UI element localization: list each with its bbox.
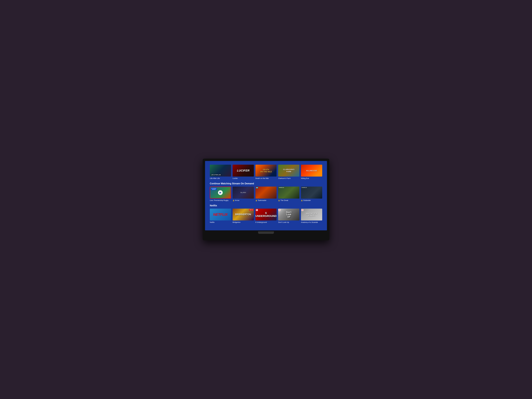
card-label-clarksons-farm: Clarkson's Farm	[278, 177, 299, 179]
card-6-underground[interactable]: N 6UNDERGROUND 6 Underground	[255, 209, 277, 223]
section-title-continue-watching: Continue Watching Stream On Demand	[210, 182, 322, 185]
card-dont-look-up[interactable]: N Don'tLookUP Don't Look Up	[278, 209, 299, 223]
thumb-life-after-life: LIFE AFTER LIFE	[210, 165, 231, 177]
btsport-badge: BT SPORTUltimate	[211, 188, 217, 190]
row1-cards: LIFE AFTER LIFE Life After Life LUCIFER …	[210, 165, 322, 179]
card-label-arrow: Arrow	[233, 199, 254, 201]
card-killing-eve[interactable]: KILLING EVE Killing Eve	[301, 165, 322, 179]
clarksons-farm-logo: CLARKSON'SFARM	[283, 169, 294, 173]
row2-cards: BT SPORTUltimate ▶ Live: Premiership Rug…	[210, 187, 322, 201]
top10-badge: TOP 10	[249, 209, 253, 211]
card-label-taskmaster: Taskmaster	[255, 199, 277, 201]
card-anatomy-of-scandal[interactable]: N ANATOMY OF ASCANDAL Anatomy of a Scand…	[301, 209, 322, 223]
thumb-taskmaster: HD	[255, 187, 277, 198]
thumb-clarksons-farm: CLARKSON'SFARM	[278, 165, 299, 177]
card-label-outlander: Outlander	[301, 199, 322, 201]
thumb-6-underground: N 6UNDERGROUND	[255, 209, 277, 221]
hd-badge: HD	[256, 187, 258, 188]
card-label-the-great: The Great	[278, 199, 299, 201]
play-button[interactable]: ▶	[218, 190, 223, 195]
tv-stand	[205, 231, 327, 234]
netflix-n-badge-dlu: N	[279, 209, 280, 211]
death-nile-logo: DEATHON THE NILE	[260, 169, 272, 173]
thumb-the-great: STARZPLAY	[278, 187, 299, 198]
thumb-killing-eve: KILLING EVE	[301, 165, 322, 177]
thumb-bridgerton: BRIDGERTON TOP 10	[233, 209, 254, 221]
card-outlander[interactable]: STARZPLAY Outlander	[301, 187, 322, 201]
thumb-dont-look-up: N Don'tLookUP	[278, 209, 299, 221]
card-taskmaster[interactable]: HD Taskmaster	[255, 187, 277, 201]
lucifer-logo: LUCIFER	[237, 169, 249, 172]
card-label-bridgerton: Bridgerton	[233, 221, 254, 223]
thumb-live-rugby: BT SPORTUltimate ▶	[210, 187, 231, 198]
card-label-dont-look-up: Don't Look Up	[278, 221, 299, 223]
card-live-rugby[interactable]: BT SPORTUltimate ▶ Live: Premiership Rug…	[210, 187, 231, 201]
netflix-logo-text: NETFLIX	[213, 212, 228, 217]
thumb-lucifer: LUCIFER	[233, 165, 254, 177]
thumb-death-nile: DEATHON THE NILE	[255, 165, 277, 177]
netflix-n-badge: N	[256, 209, 258, 211]
card-lucifer[interactable]: LUCIFER Lucifer	[233, 165, 254, 179]
dont-look-up-logo: Don'tLookUP	[286, 211, 291, 218]
card-clarksons-farm[interactable]: CLARKSON'SFARM Clarkson's Farm	[278, 165, 299, 179]
card-life-after-life[interactable]: LIFE AFTER LIFE Life After Life	[210, 165, 231, 179]
card-label-life-after-life: Life After Life	[210, 177, 231, 179]
card-label-anatomy-of-scandal: Anatomy of a Scandal	[301, 221, 322, 223]
card-netflix-logo[interactable]: NETFLIX Netflix	[210, 209, 231, 223]
tv-screen: LIFE AFTER LIFE Life After Life LUCIFER …	[205, 161, 327, 230]
thumb-outlander: STARZPLAY	[301, 187, 322, 198]
netflix-n-badge-aos: N	[302, 209, 303, 211]
6-underground-logo: 6UNDERGROUND	[255, 211, 277, 218]
section-title-netflix: Netflix	[210, 204, 322, 207]
card-label-6-underground: 6 Underground	[255, 221, 277, 223]
thumb-arrow: Sky MAX	[233, 187, 254, 198]
card-label-killing-eve: Killing Eve	[301, 177, 322, 179]
life-after-life-overlay: LIFE AFTER LIFE	[211, 174, 222, 176]
thumb-netflix-logo: NETFLIX	[210, 209, 231, 221]
thumb-anatomy-of-scandal: N ANATOMY OF ASCANDAL	[301, 209, 322, 221]
card-label-netflix: Netflix	[210, 221, 231, 223]
killing-eve-logo: KILLING EVE	[306, 170, 317, 172]
card-the-great[interactable]: STARZPLAY The Great	[278, 187, 299, 201]
row3-cards: NETFLIX Netflix BRIDGERTON TOP 10 Bridge…	[210, 209, 322, 223]
card-label-death-nile: Death on the Nile	[255, 177, 277, 179]
bridgerton-logo: BRIDGERTON	[235, 213, 251, 216]
card-label-lucifer: Lucifer	[233, 177, 254, 179]
card-death-on-the-nile[interactable]: DEATHON THE NILE Death on the Nile	[255, 165, 277, 179]
starzplay-badge-outlander: STARZPLAY	[302, 187, 307, 188]
anatomy-scandal-logo: ANATOMY OF ASCANDAL	[306, 213, 317, 216]
card-arrow[interactable]: Sky MAX Arrow	[233, 187, 254, 201]
tv-frame: LIFE AFTER LIFE Life After Life LUCIFER …	[203, 158, 329, 241]
card-bridgerton[interactable]: BRIDGERTON TOP 10 Bridgerton	[233, 209, 254, 223]
starzplay-badge-great: STARZPLAY	[279, 187, 284, 188]
card-label-live-rugby: Live: Premiership Rugby	[210, 199, 231, 201]
